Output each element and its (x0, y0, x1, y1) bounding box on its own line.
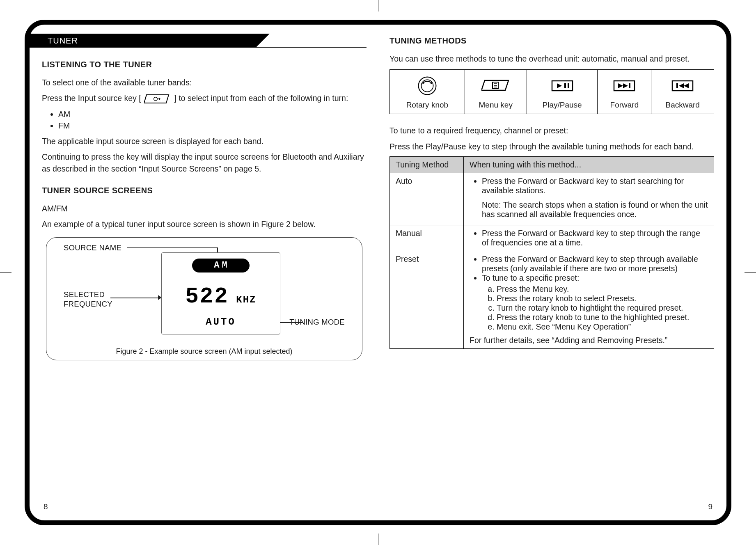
section-tab-label: TUNER (30, 34, 256, 48)
input-source-key-icon (144, 94, 171, 104)
svg-rect-16 (629, 83, 630, 88)
band-list: AM FM (58, 108, 367, 132)
amfm-sub: AM/FM (42, 203, 367, 214)
leader-source-h (127, 247, 217, 248)
svg-marker-19 (679, 83, 684, 88)
auto-note: Note: The search stops when a station is… (482, 200, 708, 219)
cell-rotary-knob: Rotary knob (390, 70, 465, 114)
cell-menu-key: Menu key (465, 70, 527, 114)
heading-source-screens: TUNER SOURCE SCREENS (42, 186, 367, 195)
leader-freq-h (110, 298, 159, 298)
preset-bullet2: To tune to a specific preset: Press the … (482, 273, 708, 332)
figure-panel: SOURCE NAME SELECTED FREQUENCY TUNING MO… (46, 237, 362, 360)
preset-lead: To tune to a specific preset: (482, 273, 579, 282)
intro-text: To select one of the available tuner ban… (42, 77, 367, 88)
preset-step-e: Menu exit. See “Menu Key Operation” (497, 322, 708, 332)
tune-line-b: Press the Play/Pause key to step through… (389, 141, 714, 152)
preset-steps: Press the Menu key. Press the rotary kno… (497, 284, 708, 332)
manual-bullet: Press the Forward or Backward key to ste… (482, 229, 708, 247)
svg-marker-14 (618, 83, 623, 88)
methods-intro: You can use three methods to tune the ov… (389, 53, 714, 64)
ctrl-label-rotary: Rotary knob (406, 101, 448, 109)
ctrl-label-forward: Forward (610, 101, 639, 109)
auto-bullet: Press the Forward or Backward key to sta… (482, 176, 708, 195)
preset-step-c: Turn the rotary knob to hightlight the r… (497, 303, 708, 313)
svg-marker-15 (623, 83, 628, 88)
svg-marker-20 (684, 83, 689, 88)
crop-mark-left (0, 272, 11, 273)
label-source-name: SOURCE NAME (64, 243, 121, 252)
lcd-band: AM (192, 259, 250, 272)
tuning-method-table: Tuning Method When tuning with this meth… (389, 156, 714, 349)
left-column: TUNER LISTENING TO THE TUNER To select o… (42, 34, 367, 511)
svg-rect-9 (552, 81, 573, 91)
crop-mark-bottom (378, 534, 378, 545)
th-desc: When tuning with this method... (464, 156, 714, 173)
controls-table: Rotary knob Menu key (389, 69, 714, 114)
cell-forward: Forward (598, 70, 651, 114)
press-input-line: Press the Input source key [ ] to select… (42, 92, 367, 104)
lcd-unit: KHZ (236, 294, 256, 305)
figure-caption: Figure 2 - Example source screen (AM inp… (46, 347, 362, 356)
lcd-screen: AM 522 KHZ AUTO (161, 252, 280, 334)
tune-line-a: To tune to a required frequency, channel… (389, 125, 714, 136)
heading-tuning-methods: TUNING METHODS (389, 36, 714, 46)
td-manual-name: Manual (390, 225, 464, 251)
td-auto-desc: Press the Forward or Backward key to sta… (464, 173, 714, 225)
td-preset-desc: Press the Forward or Backward key to ste… (464, 251, 714, 348)
label-selected-frequency: SELECTED FREQUENCY (64, 290, 112, 308)
crop-mark-top (378, 0, 378, 11)
page-frame: TUNER LISTENING TO THE TUNER To select o… (25, 20, 731, 525)
section-tab: TUNER (42, 34, 367, 48)
heading-listening: LISTENING TO THE TUNER (42, 60, 367, 69)
ctrl-label-backward: Backward (665, 101, 699, 109)
svg-marker-10 (557, 83, 562, 88)
section-tab-rule (42, 47, 367, 48)
band-am: AM (58, 108, 367, 120)
cell-backward: Backward (651, 70, 714, 114)
preset-bullet1: Press the Forward or Backward key to ste… (482, 254, 708, 273)
forward-icon (600, 76, 648, 96)
td-manual-desc: Press the Forward or Backward key to ste… (464, 225, 714, 251)
menu-key-icon (467, 76, 524, 96)
lcd-freq-row: 522 KHZ (162, 284, 280, 309)
backward-icon (654, 76, 711, 96)
ctrl-label-play: Play/Pause (543, 101, 582, 109)
band-fm: FM (58, 120, 367, 131)
th-method: Tuning Method (390, 156, 464, 173)
svg-rect-12 (568, 83, 569, 88)
preset-footer: For further details, see “Adding and Rem… (470, 336, 667, 345)
crop-mark-right (745, 272, 756, 273)
svg-rect-18 (676, 83, 678, 88)
preset-step-b: Press the rotary knob to select Presets. (497, 294, 708, 303)
td-auto-name: Auto (390, 173, 464, 225)
content-area: TUNER LISTENING TO THE TUNER To select o… (42, 34, 714, 511)
svg-marker-0 (144, 95, 169, 103)
svg-point-1 (154, 97, 157, 101)
rotary-knob-icon (392, 76, 462, 96)
press-post: ] to select input from each of the follo… (174, 94, 348, 103)
td-preset-name: Preset (390, 251, 464, 348)
press-pre: Press the Input source key [ (42, 94, 141, 103)
svg-rect-11 (564, 83, 566, 88)
cell-play-pause: Play/Pause (527, 70, 598, 114)
continuing-line: Continuing to press the key will display… (42, 151, 367, 174)
right-column: TUNING METHODS You can use three methods… (389, 34, 714, 511)
lcd-freq: 522 (185, 284, 229, 309)
example-intro: An example of a typical tuner input sour… (42, 218, 367, 230)
applicable-line: The applicable input source screen is di… (42, 135, 367, 147)
lcd-mode: AUTO (162, 316, 280, 327)
preset-step-a: Press the Menu key. (497, 284, 708, 294)
page-num-left: 8 (44, 502, 48, 511)
page-num-right: 9 (708, 502, 712, 511)
ctrl-label-menu: Menu key (479, 101, 513, 109)
play-pause-icon (529, 76, 595, 96)
preset-step-d: Press the rotary knob to tune to the hig… (497, 313, 708, 322)
figure-2: SOURCE NAME SELECTED FREQUENCY TUNING MO… (42, 237, 367, 360)
